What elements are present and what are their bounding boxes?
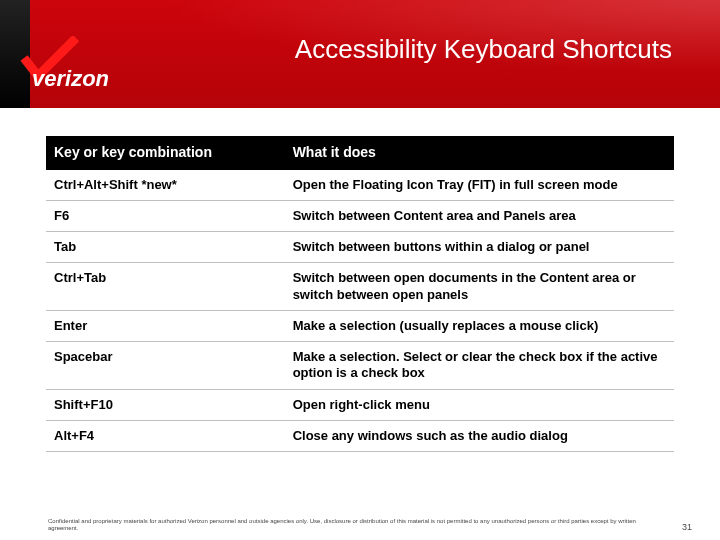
cell-desc: Switch between open documents in the Con… [285, 263, 674, 311]
shortcuts-table-wrap: Key or key combination What it does Ctrl… [46, 136, 674, 452]
table-row: Tab Switch between buttons within a dial… [46, 232, 674, 263]
table-row: F6 Switch between Content area and Panel… [46, 200, 674, 231]
cell-key: Spacebar [46, 342, 285, 390]
cell-desc: Open right-click menu [285, 389, 674, 420]
page-title: Accessibility Keyboard Shortcuts [295, 34, 672, 65]
page-number: 31 [682, 522, 692, 532]
table-header-row: Key or key combination What it does [46, 136, 674, 170]
table-row: Ctrl+Tab Switch between open documents i… [46, 263, 674, 311]
col-header-desc: What it does [285, 136, 674, 170]
header: verizon Accessibility Keyboard Shortcuts [0, 0, 720, 108]
cell-desc: Switch between Content area and Panels a… [285, 200, 674, 231]
cell-key: Tab [46, 232, 285, 263]
table-row: Spacebar Make a selection. Select or cle… [46, 342, 674, 390]
verizon-logo: verizon [20, 36, 155, 90]
col-header-key: Key or key combination [46, 136, 285, 170]
shortcuts-table: Key or key combination What it does Ctrl… [46, 136, 674, 452]
cell-key: F6 [46, 200, 285, 231]
cell-desc: Switch between buttons within a dialog o… [285, 232, 674, 263]
table-row: Ctrl+Alt+Shift *new* Open the Floating I… [46, 170, 674, 201]
cell-desc: Close any windows such as the audio dial… [285, 420, 674, 451]
table-row: Enter Make a selection (usually replaces… [46, 310, 674, 341]
cell-key: Ctrl+Tab [46, 263, 285, 311]
verizon-wordmark: verizon [32, 66, 109, 90]
cell-key: Alt+F4 [46, 420, 285, 451]
table-row: Shift+F10 Open right-click menu [46, 389, 674, 420]
table-row: Alt+F4 Close any windows such as the aud… [46, 420, 674, 451]
confidential-text: Confidential and proprietary materials f… [48, 518, 648, 532]
footer: Confidential and proprietary materials f… [0, 518, 720, 540]
cell-key: Enter [46, 310, 285, 341]
cell-desc: Open the Floating Icon Tray (FIT) in ful… [285, 170, 674, 201]
slide: verizon Accessibility Keyboard Shortcuts… [0, 0, 720, 540]
cell-key: Shift+F10 [46, 389, 285, 420]
cell-key: Ctrl+Alt+Shift *new* [46, 170, 285, 201]
cell-desc: Make a selection (usually replaces a mou… [285, 310, 674, 341]
cell-desc: Make a selection. Select or clear the ch… [285, 342, 674, 390]
